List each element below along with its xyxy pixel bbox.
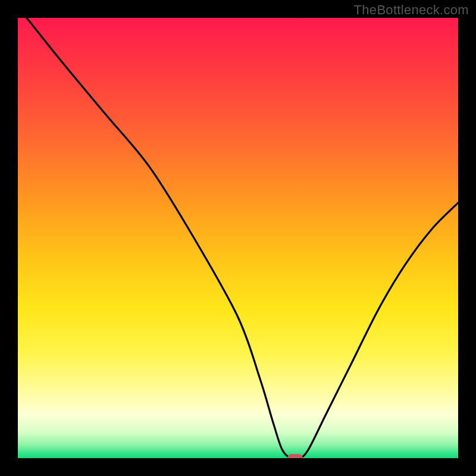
plot-area	[18, 18, 458, 458]
chart-frame: TheBottleneck.com	[0, 0, 476, 476]
bottleneck-curve	[18, 18, 458, 458]
watermark-text: TheBottleneck.com	[354, 2, 469, 18]
optimum-marker	[287, 454, 303, 458]
